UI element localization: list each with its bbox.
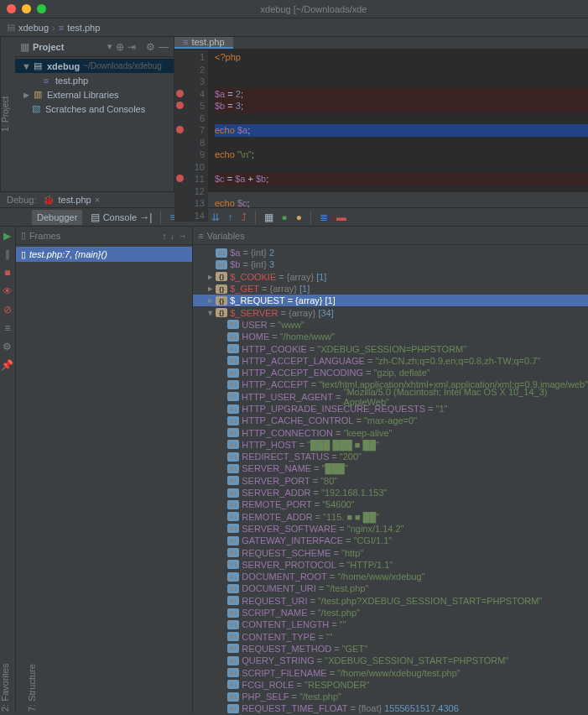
sidebar-structure[interactable]: 7: Structure bbox=[27, 551, 37, 712]
variable-row[interactable]: 01 $a = {int} 2 bbox=[193, 247, 588, 258]
tab-console[interactable]: ▤ Console →| bbox=[91, 211, 152, 223]
expand-icon[interactable]: → bbox=[178, 231, 187, 241]
breadcrumb-file[interactable]: test.php bbox=[67, 23, 100, 33]
close-icon[interactable] bbox=[7, 4, 16, 13]
debug-session-label: test.php bbox=[58, 195, 91, 205]
dropdown-icon[interactable]: ▾ bbox=[107, 41, 112, 52]
code[interactable]: <?php$a = 2;$b = 3;echo $a;echo "\n";$c … bbox=[208, 50, 588, 222]
pause-icon[interactable]: ∥ bbox=[5, 248, 10, 260]
debug-session-tab[interactable]: 🐞 test.php × bbox=[43, 195, 100, 206]
variable-row[interactable]: 01 USER = "www" bbox=[193, 319, 588, 331]
chevron-right-icon: ► bbox=[22, 90, 29, 100]
project-title: Project bbox=[33, 42, 104, 52]
variable-row[interactable]: 01 REQUEST_TIME_FLOAT = {float} 15556515… bbox=[193, 702, 588, 713]
variable-row[interactable]: ►{} $_REQUEST = {array} [1] bbox=[193, 295, 588, 306]
titlebar: xdebug [~/Downloads/xde bbox=[0, 0, 588, 18]
close-icon[interactable]: × bbox=[95, 195, 100, 205]
variable-row[interactable]: 01 REQUEST_URI = "/test.php?XDEBUG_SESSI… bbox=[193, 595, 588, 607]
frames-column: ▯ Frames ↑ ↓ → ▯ test.php:7, {main}() bbox=[16, 227, 193, 713]
variable-row[interactable]: 01 REMOTE_ADDR = "115. ■ ■ ██" bbox=[193, 511, 588, 523]
frames-icon: ▯ bbox=[21, 230, 26, 241]
editor[interactable]: 1234567891011121314 <?php$a = 2;$b = 3;e… bbox=[174, 50, 588, 222]
variables-body[interactable]: 01 $a = {int} 201 $b = {int} 3►{} $_COOK… bbox=[193, 245, 588, 713]
gear-icon[interactable]: ⚙ bbox=[146, 41, 155, 53]
tree-item-external-libraries[interactable]: ► ▥ External Libraries bbox=[15, 87, 174, 102]
sidebar-strip-project[interactable]: 1: Project bbox=[0, 37, 15, 191]
tree-item-label: test.php bbox=[55, 76, 88, 86]
project-panel: ▦ Project ▾ ⊕ ⇥ ⚙ — ▼ ▤ xdebug ~/Downloa… bbox=[15, 37, 174, 191]
variables-column: ≡ Variables 01 $a = {int} 201 $b = {int}… bbox=[193, 227, 588, 713]
variable-row[interactable]: 01 HTTP_USER_AGENT = "Mozilla/5.0 (Macin… bbox=[193, 391, 588, 403]
php-icon: ≡ bbox=[59, 23, 64, 33]
variable-row[interactable]: 01 SERVER_PROTOCOL = "HTTP/1.1" bbox=[193, 559, 588, 571]
target-icon[interactable]: ⊕ bbox=[116, 41, 124, 53]
variable-row[interactable]: 01 HTTP_ACCEPT_ENCODING = "gzip, deflate… bbox=[193, 367, 588, 378]
variable-row[interactable]: 01 CONTENT_LENGTH = "" bbox=[193, 618, 588, 630]
debug-label: Debug: bbox=[7, 195, 36, 205]
breadcrumb: ▤ xdebug › ≡ test.php bbox=[0, 18, 588, 37]
variable-row[interactable]: 01 SERVER_SOFTWARE = "nginx/1.14.2" bbox=[193, 523, 588, 535]
frame-icon: ▯ bbox=[21, 249, 26, 260]
maximize-icon[interactable] bbox=[37, 4, 46, 13]
frame-label: test.php:7, {main}() bbox=[29, 249, 107, 259]
variable-row[interactable]: 01 HTTP_COOKIE = "XDEBUG_SESSION=PHPSTOR… bbox=[193, 342, 588, 354]
window-controls bbox=[7, 4, 46, 13]
variable-row[interactable]: 01 QUERY_STRING = "XDEBUG_SESSION_START=… bbox=[193, 655, 588, 666]
stop-icon[interactable]: ■ bbox=[4, 267, 10, 279]
variable-row[interactable]: 01 GATEWAY_INTERFACE = "CGI/1.1" bbox=[193, 535, 588, 546]
variable-row[interactable]: 01 REMOTE_PORT = "54600" bbox=[193, 498, 588, 510]
variable-row[interactable]: 01 REQUEST_SCHEME = "http" bbox=[193, 546, 588, 558]
variable-row[interactable]: 01 SERVER_ADDR = "192.168.1.153" bbox=[193, 487, 588, 498]
variable-row[interactable]: 01 SCRIPT_FILENAME = "/home/www/xdebug/t… bbox=[193, 666, 588, 678]
variable-row[interactable]: 01 REDIRECT_STATUS = "200" bbox=[193, 451, 588, 462]
hide-icon[interactable]: — bbox=[159, 41, 169, 53]
breadcrumb-root[interactable]: xdebug bbox=[18, 23, 49, 33]
editor-area: ≡ test.php 1234567891011121314 <?php$a =… bbox=[174, 37, 588, 191]
sidebar-favorites[interactable]: 2: Favorites bbox=[0, 551, 10, 712]
variable-row[interactable]: 01 HTTP_CACHE_CONTROL = "max-age=0" bbox=[193, 415, 588, 426]
variable-row[interactable]: 01 FCGI_ROLE = "RESPONDER" bbox=[193, 679, 588, 691]
variable-row[interactable]: 01 HTTP_ACCEPT_LANGUAGE = "zh-CN,zh;q=0.… bbox=[193, 355, 588, 367]
tree-root[interactable]: ▼ ▤ xdebug ~/Downloads/xdebug bbox=[15, 59, 174, 73]
variable-row[interactable]: 01 CONTENT_TYPE = "" bbox=[193, 631, 588, 643]
folder-icon: ▤ bbox=[32, 60, 44, 71]
variable-row[interactable]: 01 PHP_SELF = "/test.php" bbox=[193, 691, 588, 702]
gutter[interactable]: 1234567891011121314 bbox=[174, 50, 208, 222]
variable-row[interactable]: 01 DOCUMENT_URI = "/test.php" bbox=[193, 582, 588, 594]
pin-icon[interactable]: 📌 bbox=[1, 359, 13, 371]
variable-row[interactable]: 01 SERVER_PORT = "80" bbox=[193, 475, 588, 487]
up-icon[interactable]: ↑ bbox=[162, 231, 167, 241]
mute-icon[interactable]: ⊘ bbox=[3, 304, 12, 316]
variable-row[interactable]: 01 SCRIPT_NAME = "/test.php" bbox=[193, 607, 588, 618]
down-icon[interactable]: ↓ bbox=[170, 231, 175, 241]
variable-row[interactable]: 01 $b = {int} 3 bbox=[193, 258, 588, 270]
variable-row[interactable]: 01 SERVER_NAME = "███" bbox=[193, 462, 588, 474]
php-icon: ≡ bbox=[40, 76, 52, 86]
project-header: ▦ Project ▾ ⊕ ⇥ ⚙ — bbox=[15, 37, 174, 57]
variable-row[interactable]: 01 HTTP_HOST = "███ ███ ■ ██" bbox=[193, 439, 588, 451]
minimize-icon[interactable] bbox=[22, 4, 31, 13]
variable-row[interactable]: 01 DOCUMENT_ROOT = "/home/www/xdebug" bbox=[193, 571, 588, 582]
editor-tab-test-php[interactable]: ≡ test.php bbox=[174, 37, 233, 49]
settings-icon[interactable]: ⚙ bbox=[3, 341, 12, 352]
php-icon: ≡ bbox=[183, 37, 188, 47]
variable-row[interactable]: 01 HTTP_CONNECTION = "keep-alive" bbox=[193, 426, 588, 438]
variable-row[interactable]: ►{} $_COOKIE = {array} [1] bbox=[193, 271, 588, 283]
variable-row[interactable]: ▼{} $_SERVER = {array} [34] bbox=[193, 306, 588, 318]
variable-row[interactable]: 01 HOME = "/home/www" bbox=[193, 331, 588, 342]
thread-icon[interactable]: ≡ bbox=[4, 322, 10, 334]
tree-item-label: External Libraries bbox=[47, 90, 119, 100]
variable-row[interactable]: 01 REQUEST_METHOD = "GET" bbox=[193, 643, 588, 655]
tree-root-name: xdebug bbox=[47, 61, 80, 71]
view-breakpoints-icon[interactable]: 👁 bbox=[3, 285, 13, 297]
tree-item-scratches[interactable]: ▧ Scratches and Consoles bbox=[15, 102, 174, 116]
collapse-icon[interactable]: ⇥ bbox=[127, 41, 136, 53]
frame-row[interactable]: ▯ test.php:7, {main}() bbox=[16, 247, 192, 262]
resume-icon[interactable]: ▶ bbox=[3, 230, 11, 242]
tree-item-test-php[interactable]: ≡ test.php bbox=[15, 73, 174, 87]
variable-row[interactable]: ►{} $_GET = {array} [1] bbox=[193, 283, 588, 295]
editor-tab-label: test.php bbox=[191, 37, 224, 47]
sidebar-strip-bottom: 2: Favorites 7: Structure bbox=[0, 547, 15, 715]
chevron-right-icon: › bbox=[52, 23, 55, 33]
tab-debugger[interactable]: Debugger bbox=[32, 210, 82, 225]
